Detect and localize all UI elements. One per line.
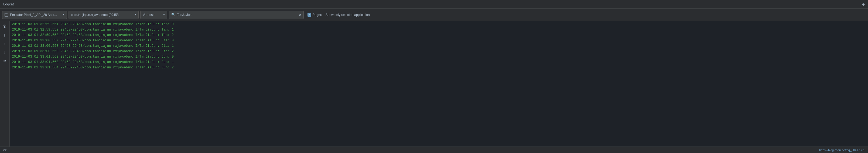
clear-button[interactable]: 🗑 — [2, 23, 8, 30]
device-dropdown[interactable]: Emulator Pixel_2_API_28 Andr... ▼ — [2, 11, 67, 19]
settings-icon[interactable]: ⚙ — [862, 2, 865, 7]
bottom-bar: >> https://blog.csdn.net/qq_20417381 — [0, 147, 868, 153]
app-dropdown-arrow: ▼ — [134, 13, 136, 16]
wrap-icon: ⇄ — [3, 58, 6, 64]
show-selected-label: Show only selected application — [326, 13, 370, 17]
level-label: Verbose — [143, 13, 161, 17]
log-line: 2019-11-03 01:33:00.557 29458-29458/com.… — [12, 38, 866, 43]
log-line: 2019-11-03 01:33:00.559 29458-29458/com.… — [12, 49, 866, 54]
left-panel: 🗑 ⇩ ↑ ↓ ⇄ — [0, 21, 10, 147]
checkbox-check-icon: ✓ — [309, 13, 310, 17]
app-dropdown[interactable]: com.tanjiajun.rxjavademo (29458 ▼ — [68, 11, 138, 19]
app-title: Logcat — [3, 2, 14, 6]
up-arrow-icon: ↑ — [3, 42, 6, 46]
log-line: 2019-11-03 01:32:59.553 29458-29458/com.… — [12, 32, 866, 38]
log-line-text: 2019-11-03 01:33:01.563 29458-29458/com.… — [12, 54, 174, 59]
search-icon: 🔍 — [171, 13, 175, 17]
log-line: 2019-11-03 01:32:59.552 29458-29458/com.… — [12, 27, 866, 32]
log-line-text: 2019-11-03 01:32:59.551 29458-29458/com.… — [12, 22, 174, 27]
log-line-text: 2019-11-03 01:33:00.559 29458-29458/com.… — [12, 49, 174, 54]
regex-checkbox[interactable]: ✓ Regex — [308, 13, 322, 17]
device-icon — [5, 13, 8, 17]
level-dropdown[interactable]: Verbose ▼ — [140, 11, 167, 19]
search-clear-icon[interactable]: ✕ — [299, 13, 301, 17]
log-line-text: 2019-11-03 01:32:59.553 29458-29458/com.… — [12, 32, 174, 38]
log-line: 2019-11-03 01:33:01.563 29458-29458/com.… — [12, 54, 866, 59]
log-line: 2019-11-03 01:33:01.563 29458-29458/com.… — [12, 59, 866, 65]
title-bar-right: ⚙ — [862, 2, 865, 7]
title-bar-left: Logcat — [3, 2, 14, 6]
app-label: com.tanjiajun.rxjavademo (29458 — [71, 13, 132, 17]
log-line-text: 2019-11-03 01:32:59.552 29458-29458/com.… — [12, 27, 174, 32]
scroll-to-end-button[interactable]: ⇩ — [2, 32, 8, 39]
log-area: 2019-11-03 01:32:59.551 29458-29458/com.… — [10, 21, 868, 147]
down-arrow-icon: ↓ — [3, 50, 6, 55]
log-line-text: 2019-11-03 01:33:00.558 29458-29458/com.… — [12, 43, 174, 49]
regex-label: Regex — [312, 13, 322, 17]
device-dropdown-arrow: ▼ — [63, 13, 64, 16]
level-dropdown-arrow: ▼ — [163, 13, 165, 16]
status-link: https://blog.csdn.net/qq_20417381 — [819, 148, 865, 152]
expand-icon[interactable]: >> — [3, 148, 7, 152]
log-line: 2019-11-03 01:33:00.558 29458-29458/com.… — [12, 43, 866, 49]
log-line-text: 2019-11-03 01:33:00.557 29458-29458/com.… — [12, 38, 174, 43]
scroll-up-button[interactable]: ↑ — [2, 41, 8, 47]
log-line: 2019-11-03 01:32:59.551 29458-29458/com.… — [12, 22, 866, 27]
toolbar: Emulator Pixel_2_API_28 Andr... ▼ com.ta… — [0, 9, 868, 21]
title-bar: Logcat ⚙ — [0, 0, 868, 9]
scroll-down-button[interactable]: ↓ — [2, 49, 8, 56]
wrap-button[interactable]: ⇄ — [2, 58, 8, 64]
status-bar-left: >> — [3, 148, 7, 152]
log-line: 2019-11-03 01:33:01.564 29458-29458/com.… — [12, 65, 866, 70]
log-line-text: 2019-11-03 01:33:01.563 29458-29458/com.… — [12, 59, 174, 65]
trash-icon: 🗑 — [3, 24, 7, 29]
regex-checkbox-box: ✓ — [308, 13, 311, 17]
search-box: 🔍 ✕ — [169, 11, 304, 19]
log-line-text: 2019-11-03 01:33:01.564 29458-29458/com.… — [12, 65, 174, 70]
search-input[interactable] — [177, 13, 298, 17]
main-content: 🗑 ⇩ ↑ ↓ ⇄ 2019-11-03 01:32:59.551 29458-… — [0, 21, 868, 147]
scroll-down-icon: ⇩ — [3, 32, 6, 38]
device-label: Emulator Pixel_2_API_28 Andr... — [10, 13, 60, 17]
